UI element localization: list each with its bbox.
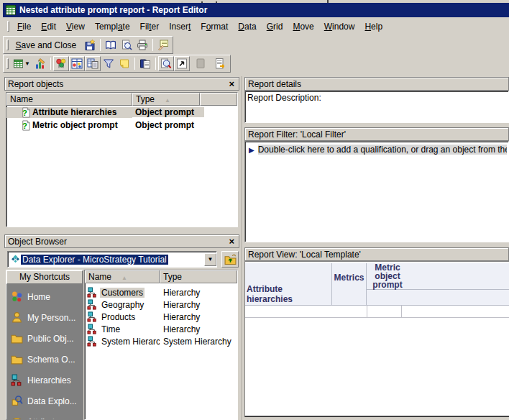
combo-dropdown-icon[interactable]: ▼ (204, 253, 216, 266)
report-details-title: Report details (248, 79, 301, 89)
hierarchy-row[interactable]: Geography Hierarchy (85, 298, 237, 311)
save-as-button[interactable] (82, 37, 98, 52)
hierarchy-name: System Hierarchy (100, 337, 160, 347)
properties-icon (157, 39, 169, 51)
toolbar-grip[interactable] (6, 40, 9, 50)
report-description-label: Report Description: (247, 93, 321, 103)
column-header-type[interactable]: Type▲ (132, 93, 200, 106)
shortcut-public-objects[interactable]: Public Obj... (11, 332, 74, 344)
shortcut-schema-objects[interactable]: Schema O... (11, 353, 75, 365)
export-button[interactable] (213, 56, 229, 71)
public-objects-folder-icon (11, 332, 23, 344)
hierarchy-type: Hierarchy (160, 300, 237, 310)
report-objects-button[interactable] (137, 56, 153, 71)
zoom-button[interactable] (158, 56, 174, 71)
object-name: Metric object prompt (32, 120, 118, 130)
menu-data[interactable]: Data (233, 19, 261, 34)
metric-prompt-subheader-cell[interactable] (367, 290, 509, 306)
menu-help[interactable]: Help (359, 19, 388, 34)
column-header-type[interactable]: Type (160, 270, 237, 283)
print-button[interactable] (134, 37, 150, 52)
panel-splitter[interactable] (241, 76, 242, 420)
menu-grip[interactable] (7, 21, 9, 32)
hierarchy-row[interactable]: Products Hierarchy (85, 311, 237, 323)
filter-hint-row[interactable]: ▶ Double-click here to add a qualificati… (245, 142, 508, 155)
menu-view[interactable]: View (61, 19, 90, 34)
shortcut-home[interactable]: Home (11, 291, 50, 303)
report-object-row[interactable]: ? Attribute hierarchies Object prompt (6, 106, 237, 119)
svg-text:?: ? (22, 121, 27, 129)
close-icon[interactable]: × (227, 80, 236, 88)
disabled-icon (195, 58, 206, 70)
hierarchy-name: Customers (100, 288, 145, 298)
print-preview-button[interactable] (119, 37, 134, 52)
hierarchy-row[interactable]: Customers Hierarchy (85, 286, 237, 298)
report-description-box[interactable]: Report Description: (244, 91, 509, 123)
menu-edit[interactable]: Edit (36, 19, 61, 34)
grid-balls-icon (71, 58, 83, 70)
column-header-name[interactable]: Name▲ (85, 270, 160, 283)
grid-graph-view-button[interactable] (69, 56, 85, 71)
shortcut-my-personal-objects[interactable]: My Person... (11, 311, 75, 324)
toolbar-grip[interactable] (6, 58, 9, 69)
view-selector-button[interactable]: ▼ (12, 56, 32, 71)
menu-window[interactable]: Window (319, 19, 360, 34)
graph-view-button[interactable] (53, 56, 69, 71)
balloons-icon (55, 58, 67, 70)
hierarchy-row[interactable]: System Hierarchy System Hierarchy (85, 335, 237, 347)
magnifier-icon (160, 58, 172, 70)
save-as-icon (84, 39, 96, 51)
window-title: Nested attribute prompt report - Report … (19, 5, 207, 15)
close-icon[interactable]: × (227, 237, 236, 246)
metrics-header-cell[interactable]: Metrics (332, 263, 367, 306)
up-one-level-button[interactable] (221, 251, 239, 268)
grid-page-view-button[interactable] (85, 56, 101, 71)
menu-format[interactable]: Format (196, 19, 233, 34)
menu-bar: File Edit View Template Filter Insert Fo… (3, 18, 509, 35)
shortcut-arrow-button[interactable] (174, 56, 190, 71)
menu-move[interactable]: Move (288, 19, 318, 34)
view-selector-caret-icon: ▼ (24, 60, 30, 67)
shortcut-attributes[interactable]: Attributes (11, 416, 64, 419)
template-data-row[interactable] (245, 306, 509, 318)
my-shortcuts-button[interactable]: My Shortcuts (6, 270, 83, 284)
book-button[interactable] (103, 37, 119, 52)
shortcut-list: Home My Person... Public Obj... (6, 284, 83, 419)
home-icon (11, 291, 23, 303)
menu-template[interactable]: Template (90, 19, 135, 34)
hierarchy-icon (87, 311, 98, 322)
menu-file[interactable]: File (12, 19, 36, 34)
hierarchy-row[interactable]: Time Hierarchy (85, 323, 237, 335)
menu-filter[interactable]: Filter (135, 19, 165, 34)
report-object-row[interactable]: ? Metric object prompt Object prompt (6, 119, 237, 132)
hierarchy-type: Hierarchy (160, 312, 237, 322)
properties-button[interactable] (155, 37, 171, 52)
disabled-button (193, 56, 208, 71)
menu-grid[interactable]: Grid (262, 19, 288, 34)
note-button[interactable] (116, 56, 132, 71)
report-filter-button[interactable] (101, 56, 116, 71)
diagonal-arrow-icon (176, 58, 188, 70)
print-preview-icon (121, 39, 132, 51)
row-axis-header-cell[interactable]: Attribute hierarchies (245, 263, 332, 306)
shortcut-data-explorer[interactable]: Data Explo... (11, 395, 77, 407)
chart-pencil-icon (35, 58, 46, 70)
object-browser-panel: Object Browser × Data Explorer - MicroSt… (4, 234, 239, 420)
shortcut-hierarchies[interactable]: Hierarchies (11, 374, 71, 386)
play-icon: ▶ (249, 146, 254, 154)
report-filter-header: Report Filter: 'Local Filter' (244, 127, 509, 141)
column-header-name[interactable]: Name (6, 93, 132, 106)
hierarchy-name: Geography (100, 300, 145, 310)
funnel-icon (103, 58, 114, 70)
folder-up-icon (224, 253, 237, 265)
design-button[interactable] (32, 56, 48, 71)
sort-asc-icon: ▲ (165, 97, 170, 104)
toolbar-separator (152, 39, 153, 51)
menu-insert[interactable]: Insert (164, 19, 196, 34)
hierarchy-icon (87, 299, 98, 310)
combo-value: Data Explorer - MicroStrategy Tutorial (21, 255, 168, 265)
save-and-close-button[interactable]: Save and Close (12, 37, 78, 52)
metric-prompt-header-cell[interactable]: Metric object prompt (367, 263, 509, 290)
folder-combo[interactable]: Data Explorer - MicroStrategy Tutorial ▼ (7, 251, 217, 268)
app-icon[interactable] (6, 5, 16, 15)
